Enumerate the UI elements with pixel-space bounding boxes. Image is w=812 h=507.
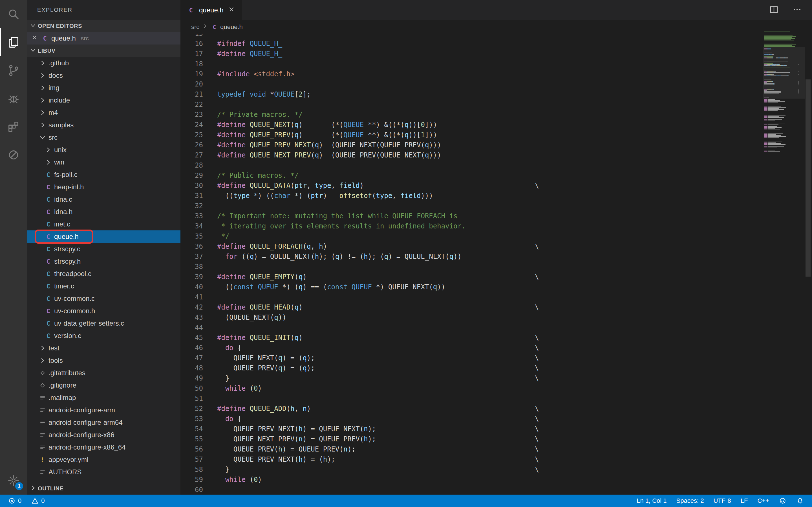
line-content[interactable]: #define QUEUE_NEXT_PREV(q) (QUEUE_PREV(Q…: [203, 150, 441, 160]
search-icon[interactable]: [0, 0, 27, 28]
open-editor-item-queue.h[interactable]: C queue.h src: [27, 32, 181, 45]
tree-file-AUTHORS[interactable]: AUTHORS: [27, 466, 181, 478]
line-content[interactable]: do { \: [203, 414, 539, 424]
code-line-16[interactable]: 16#ifndef QUEUE_H_: [181, 39, 804, 49]
code-line-41[interactable]: 41: [181, 292, 804, 302]
code-line-59[interactable]: 59 while (0): [181, 474, 804, 485]
extensions-icon[interactable]: [0, 113, 27, 141]
line-content[interactable]: ((const QUEUE *) (q) == (const QUEUE *) …: [203, 282, 445, 292]
tree-folder-tools[interactable]: tools: [27, 354, 181, 367]
breadcrumb-folder[interactable]: src: [191, 23, 199, 31]
code-line-30[interactable]: 30#define QUEUE_DATA(ptr, type, field) \: [181, 180, 804, 191]
tree-file-uv-data-getter-setters.c[interactable]: Cuv-data-getter-setters.c: [27, 317, 181, 330]
line-content[interactable]: */: [203, 231, 229, 241]
code-line-39[interactable]: 39#define QUEUE_EMPTY(q) \: [181, 272, 804, 282]
close-icon[interactable]: [31, 34, 38, 43]
line-content[interactable]: #define QUEUE_DATA(ptr, type, field) \: [203, 180, 539, 191]
code-line-52[interactable]: 52#define QUEUE_ADD(h, n) \: [181, 404, 804, 414]
code-line-40[interactable]: 40 ((const QUEUE *) (q) == (const QUEUE …: [181, 282, 804, 292]
explorer-icon[interactable]: [0, 28, 27, 56]
line-content[interactable]: QUEUE_PREV(h) = QUEUE_PREV(n); \: [203, 444, 539, 454]
code-line-24[interactable]: 24#define QUEUE_NEXT(q) (*(QUEUE **) &((…: [181, 120, 804, 130]
tree-file-.mailmap[interactable]: .mailmap: [27, 392, 181, 404]
line-content[interactable]: [203, 262, 217, 272]
remote-icon[interactable]: [0, 141, 27, 169]
more-actions-icon[interactable]: [792, 5, 802, 15]
line-content[interactable]: [203, 485, 217, 495]
breadcrumb-file[interactable]: queue.h: [220, 23, 243, 31]
code-line-18[interactable]: 18: [181, 59, 804, 69]
line-content[interactable]: do { \: [203, 343, 539, 353]
tree-folder-.github[interactable]: .github: [27, 57, 181, 69]
code-line-28[interactable]: 28: [181, 160, 804, 170]
code-line-35[interactable]: 35 */: [181, 231, 804, 241]
tree-file-heap-inl.h[interactable]: Cheap-inl.h: [27, 181, 181, 193]
line-content[interactable]: QUEUE_NEXT(q) = (q); \: [203, 353, 539, 363]
project-section-header[interactable]: LIBUV: [27, 45, 181, 57]
line-content[interactable]: /* Public macros. */: [203, 170, 299, 180]
settings-icon[interactable]: 1: [0, 466, 27, 495]
line-content[interactable]: * iterating over its elements results in…: [203, 221, 465, 231]
tree-folder-samples[interactable]: samples: [27, 119, 181, 131]
code-area[interactable]: 1516#ifndef QUEUE_H_17#define QUEUE_H_18…: [181, 0, 804, 495]
status-encoding[interactable]: UTF-8: [713, 497, 731, 504]
line-content[interactable]: QUEUE_NEXT_PREV(n) = QUEUE_PREV(h); \: [203, 434, 539, 444]
tree-file-strscpy.h[interactable]: Cstrscpy.h: [27, 255, 181, 268]
code-line-51[interactable]: 51: [181, 393, 804, 404]
line-content[interactable]: #define QUEUE_EMPTY(q) \: [203, 272, 539, 282]
code-line-50[interactable]: 50 while (0): [181, 383, 804, 393]
line-content[interactable]: #include <stddef.h>: [203, 69, 295, 79]
line-content[interactable]: [203, 160, 217, 170]
line-content[interactable]: /* Private macros. */: [203, 110, 303, 120]
code-line-49[interactable]: 49 } \: [181, 373, 804, 383]
status-errors[interactable]: 0: [8, 497, 21, 505]
minimap-slider[interactable]: [763, 47, 805, 99]
tree-file-android-configure-arm64[interactable]: android-configure-arm64: [27, 416, 181, 429]
tree-file-inet.c[interactable]: Cinet.c: [27, 218, 181, 230]
open-editors-header[interactable]: OPEN EDITORS: [27, 20, 181, 32]
feedback-smiley-icon[interactable]: [779, 497, 786, 505]
tree-file-threadpool.c[interactable]: Cthreadpool.c: [27, 268, 181, 280]
line-content[interactable]: [203, 100, 217, 110]
code-line-25[interactable]: 25#define QUEUE_PREV(q) (*(QUEUE **) &((…: [181, 130, 804, 140]
tree-file-.gitignore[interactable]: .gitignore: [27, 379, 181, 392]
tree-folder-test[interactable]: test: [27, 342, 181, 354]
code-line-19[interactable]: 19#include <stddef.h>: [181, 69, 804, 79]
code-line-21[interactable]: 21typedef void *QUEUE[2];: [181, 89, 804, 100]
code-line-53[interactable]: 53 do { \: [181, 414, 804, 424]
tree-file-android-configure-arm[interactable]: android-configure-arm: [27, 404, 181, 416]
status-warnings[interactable]: 0: [31, 497, 45, 505]
line-content[interactable]: /* Important note: mutating the list whi…: [203, 211, 458, 221]
tree-file-version.c[interactable]: Cversion.c: [27, 330, 181, 342]
line-content[interactable]: } \: [203, 373, 539, 383]
line-content[interactable]: #define QUEUE_NEXT(q) (*(QUEUE **) &((*(…: [203, 120, 437, 130]
editor-scrollbar[interactable]: [804, 20, 812, 495]
tree-file-idna.c[interactable]: Cidna.c: [27, 193, 181, 206]
code-line-23[interactable]: 23/* Private macros. */: [181, 110, 804, 120]
tree-folder-m4[interactable]: m4: [27, 107, 181, 119]
line-content[interactable]: QUEUE_PREV_NEXT(h) = QUEUE_NEXT(n); \: [203, 424, 539, 434]
tree-file-uv-common.h[interactable]: Cuv-common.h: [27, 305, 181, 317]
line-content[interactable]: [203, 59, 217, 69]
tree-file-strscpy.c[interactable]: Cstrscpy.c: [27, 243, 181, 255]
code-line-46[interactable]: 46 do { \: [181, 343, 804, 353]
tree-folder-src[interactable]: src: [27, 131, 181, 144]
code-line-60[interactable]: 60: [181, 485, 804, 495]
tree-file-uv-common.c[interactable]: Cuv-common.c: [27, 292, 181, 305]
line-content[interactable]: [203, 79, 217, 89]
notifications-bell-icon[interactable]: [796, 497, 804, 505]
line-content[interactable]: [203, 393, 217, 404]
tree-file-.gitattributes[interactable]: .gitattributes: [27, 367, 181, 379]
line-content[interactable]: QUEUE_PREV_NEXT(h) = (h); \: [203, 454, 539, 464]
code-line-44[interactable]: 44: [181, 323, 804, 333]
line-content[interactable]: while (0): [203, 383, 262, 393]
tree-file-android-configure-x86[interactable]: android-configure-x86: [27, 429, 181, 441]
split-editor-icon[interactable]: [769, 5, 779, 15]
code-line-20[interactable]: 20: [181, 79, 804, 89]
code-line-43[interactable]: 43 (QUEUE_NEXT(q)): [181, 313, 804, 323]
line-content[interactable]: [203, 323, 217, 333]
outline-header[interactable]: OUTLINE: [27, 482, 181, 495]
code-line-34[interactable]: 34 * iterating over its elements results…: [181, 221, 804, 231]
tree-folder-docs[interactable]: docs: [27, 69, 181, 82]
tree-file-idna.h[interactable]: Cidna.h: [27, 206, 181, 218]
